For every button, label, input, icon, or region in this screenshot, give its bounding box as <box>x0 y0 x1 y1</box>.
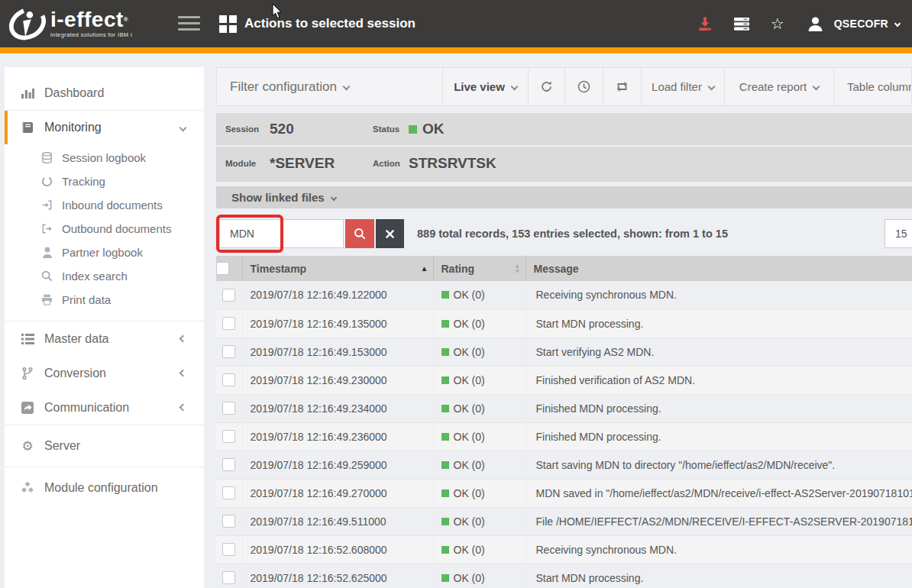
rating-ok-icon <box>441 461 449 469</box>
cell-rating: OK (0) <box>433 422 526 451</box>
cell-message: Finished MDN processing. <box>526 422 912 451</box>
sidebar-item-label: Communication <box>44 401 129 415</box>
row-checkbox[interactable] <box>222 571 235 584</box>
status-value: OK <box>409 121 445 137</box>
refresh-button[interactable] <box>528 68 564 105</box>
module-label: Module <box>225 159 270 168</box>
favorites-button[interactable]: ☆ <box>771 16 784 31</box>
auto-reload-button[interactable] <box>603 68 641 105</box>
cell-rating: OK (0) <box>433 394 526 422</box>
chevron-down-icon <box>342 83 350 91</box>
server-stack-icon <box>734 18 749 31</box>
row-checkbox[interactable] <box>222 289 235 302</box>
table-row[interactable]: 2019/07/18 12:16:49.153000 OK (0) Start … <box>216 338 912 366</box>
top-bar: i-effect® integrated solutions for IBM i… <box>0 0 912 47</box>
table-row[interactable]: 2019/07/18 12:16:52.625000 OK (0) Start … <box>216 564 912 588</box>
accent-bar <box>0 47 912 53</box>
main-content: Filter configuration Live view Load filt… <box>216 67 912 588</box>
row-checkbox[interactable] <box>222 402 235 415</box>
cell-timestamp: 2019/07/18 12:16:49.135000 <box>242 309 433 338</box>
rating-ok-icon <box>441 405 449 412</box>
server-log-button[interactable] <box>734 18 749 31</box>
sidebar-item-print-data[interactable]: Print data <box>5 288 204 312</box>
rating-ok-icon <box>441 518 449 525</box>
branch-icon <box>20 367 35 380</box>
sidebar-item-conversion[interactable]: Conversion <box>5 356 204 390</box>
sidebar-item-session-logbook[interactable]: Session logbook <box>5 146 204 170</box>
row-checkbox[interactable] <box>222 317 235 330</box>
cell-message: Start saving MDN to directory "/home/ief… <box>526 451 912 479</box>
user-icon <box>807 17 823 31</box>
table-row[interactable]: 2019/07/18 12:16:49.234000 OK (0) Finish… <box>216 394 912 422</box>
table-row[interactable]: 2019/07/18 12:16:49.135000 OK (0) Start … <box>216 309 912 338</box>
sidebar-item-index-search[interactable]: Index search <box>5 264 204 288</box>
select-all-checkbox[interactable] <box>216 262 229 275</box>
table-row[interactable]: 2019/07/18 12:16:49.122000 OK (0) Receiv… <box>216 281 912 309</box>
table-row[interactable]: 2019/07/18 12:16:49.270000 OK (0) MDN sa… <box>216 479 912 507</box>
cell-message: Start verifying AS2 MDN. <box>526 338 912 366</box>
logo-title: i-effect® <box>50 9 132 31</box>
row-checkbox[interactable] <box>222 486 235 499</box>
app-logo[interactable]: i-effect® integrated solutions for IBM i <box>8 5 132 43</box>
session-value: 520 <box>270 121 373 137</box>
live-view-dropdown[interactable]: Live view <box>442 68 528 105</box>
table-row[interactable]: 2019/07/18 12:16:52.608000 OK (0) Receiv… <box>216 535 912 564</box>
cell-message: Receiving synchronous MDN. <box>526 535 912 564</box>
search-icon <box>40 270 53 282</box>
sidebar-item-server[interactable]: ⚙ Server <box>5 425 204 467</box>
column-header-message[interactable]: Message <box>526 256 912 281</box>
table-row[interactable]: 2019/07/18 12:16:49.259000 OK (0) Start … <box>216 451 912 479</box>
sidebar-item-partner-logbook[interactable]: Partner logbook <box>5 241 204 264</box>
table-row[interactable]: 2019/07/18 12:16:49.511000 OK (0) File /… <box>216 507 912 535</box>
registered-mark: ® <box>124 16 128 23</box>
list-icon <box>20 334 35 344</box>
menu-toggle-icon[interactable] <box>178 16 200 31</box>
cell-timestamp: 2019/07/18 12:16:52.625000 <box>242 564 433 588</box>
schedule-button[interactable] <box>564 68 603 105</box>
table-row[interactable]: 2019/07/18 12:16:49.236000 OK (0) Finish… <box>216 422 912 451</box>
cell-rating: OK (0) <box>433 535 526 564</box>
sidebar-item-monitoring[interactable]: Monitoring <box>5 111 204 144</box>
sidebar-item-communication[interactable]: Communication <box>5 390 204 425</box>
sidebar-item-label: Outbound documents <box>62 222 171 235</box>
chevron-left-icon <box>179 370 187 377</box>
row-checkbox[interactable] <box>222 345 235 358</box>
close-icon <box>386 230 394 238</box>
page-title: Actions to selected session <box>244 16 416 31</box>
sidebar-item-dashboard[interactable]: Dashboard <box>5 76 204 110</box>
show-linked-files-toggle[interactable]: Show linked files <box>216 186 912 208</box>
grid-icon <box>219 15 237 33</box>
cell-rating: OK (0) <box>433 338 526 366</box>
cell-rating: OK (0) <box>433 451 526 479</box>
sidebar-item-outbound-documents[interactable]: Outbound documents <box>5 217 204 241</box>
page-size-select[interactable]: 15 <box>885 219 912 248</box>
download-button[interactable] <box>697 16 713 31</box>
clear-search-button[interactable] <box>376 219 404 248</box>
load-filter-dropdown[interactable]: Load filter <box>641 68 724 105</box>
sidebar-item-master-data[interactable]: Master data <box>5 321 204 356</box>
sidebar-item-label: Partner logbook <box>62 246 143 259</box>
table-row[interactable]: 2019/07/18 12:16:49.230000 OK (0) Finish… <box>216 366 912 394</box>
sidebar-item-inbound-documents[interactable]: Inbound documents <box>5 193 204 217</box>
rating-ok-icon <box>441 291 449 299</box>
sidebar-item-tracking[interactable]: Tracking <box>5 170 204 193</box>
chevron-down-icon <box>330 194 336 200</box>
search-button[interactable] <box>345 219 374 248</box>
column-header-timestamp[interactable]: Timestamp▲ <box>242 256 433 281</box>
sidebar-item-module-configuration[interactable]: Module configuration <box>5 467 204 509</box>
row-checkbox[interactable] <box>222 458 235 471</box>
search-input[interactable] <box>219 219 344 248</box>
cell-message: Receiving synchronous MDN. <box>526 281 912 309</box>
user-menu[interactable]: QSECOFR <box>807 17 900 31</box>
filter-configuration-dropdown[interactable]: Filter configuration <box>217 68 442 105</box>
column-header-rating[interactable]: Rating▲▼ <box>433 256 526 281</box>
sidebar-item-label: Conversion <box>44 367 106 380</box>
create-report-dropdown[interactable]: Create report <box>724 68 833 105</box>
row-checkbox[interactable] <box>222 515 235 528</box>
table-columns-dropdown[interactable]: Table columns <box>833 68 911 105</box>
row-checkbox[interactable] <box>222 373 235 386</box>
cell-message: Start MDN processing. <box>526 564 912 588</box>
row-checkbox[interactable] <box>222 430 235 443</box>
row-checkbox[interactable] <box>222 543 235 556</box>
download-icon <box>697 16 713 31</box>
